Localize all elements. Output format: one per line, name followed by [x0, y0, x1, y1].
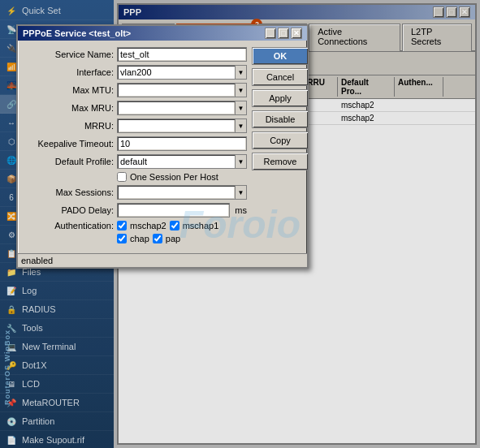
disable-button[interactable]: Disable: [252, 110, 309, 128]
auth-pap-label: pap: [166, 234, 180, 243]
auth-mschap2-label: mschap2: [130, 221, 166, 230]
dialog-close-button[interactable]: ✕: [291, 28, 302, 39]
max-mru-label: Max MRU:: [24, 103, 114, 113]
max-sessions-label: Max Sessions:: [24, 187, 114, 197]
service-name-input[interactable]: [117, 47, 247, 62]
dialog-controls: _ □ ✕: [265, 28, 302, 39]
auth-mschap1-label: mschap1: [183, 221, 219, 230]
remove-button[interactable]: Remove: [252, 153, 309, 170]
apply-button[interactable]: Apply: [252, 89, 309, 107]
authentication-row: Authentication: mschap2 mschap1: [24, 221, 247, 230]
pado-delay-label: PADO Delay:: [24, 205, 114, 215]
interface-row: Interface: vlan200 ▼: [24, 65, 247, 80]
mrru-wrapper: ▼: [117, 118, 247, 133]
authentication-label: Authentication:: [24, 221, 114, 230]
max-mru-input[interactable]: [117, 101, 236, 115]
max-mtu-row: Max MTU: ▼: [24, 83, 247, 97]
max-mtu-wrapper: ▼: [117, 83, 247, 97]
service-name-row: Service Name:: [24, 47, 247, 62]
auth-row-2: chap pap: [24, 234, 247, 243]
interface-select-wrapper: vlan200 ▼: [117, 65, 247, 80]
default-profile-value: default: [117, 154, 236, 169]
mrru-row: MRRU: ▼: [24, 118, 247, 133]
dialog-body: Service Name: Interface: vlan200 ▼: [18, 41, 307, 253]
max-mtu-label: Max MTU:: [24, 85, 114, 95]
auth-mschap1-checkbox[interactable]: [170, 221, 179, 230]
keepalive-input[interactable]: [117, 136, 247, 151]
auth-pap-checkbox[interactable]: [153, 234, 162, 243]
max-sessions-row: Max Sessions: ▼: [24, 185, 247, 200]
max-mru-wrapper: ▼: [117, 101, 247, 115]
dialog-status: enabled: [21, 256, 53, 265]
ok-button[interactable]: OK: [252, 47, 309, 65]
pppoe-dialog: PPPoE Service <test_olt> _ □ ✕ Service N…: [16, 24, 309, 269]
max-mtu-input[interactable]: [117, 83, 236, 97]
max-sessions-input[interactable]: [117, 185, 236, 200]
dialog-form: Service Name: Interface: vlan200 ▼: [24, 47, 247, 247]
max-mtu-dropdown-arrow[interactable]: ▼: [236, 83, 247, 97]
max-mru-dropdown-arrow[interactable]: ▼: [236, 101, 247, 115]
dialog-maximize-button[interactable]: □: [278, 28, 289, 39]
max-sessions-arrow[interactable]: ▼: [236, 185, 247, 200]
service-name-label: Service Name:: [24, 50, 114, 59]
ppp-window: PPP _ □ ✕ Interface PPPoE Servers 2 Prof…: [117, 3, 477, 445]
default-profile-arrow[interactable]: ▼: [236, 154, 247, 169]
mrru-input[interactable]: [117, 118, 236, 133]
interface-value: vlan200: [117, 65, 236, 80]
pado-delay-unit: ms: [235, 205, 247, 215]
dialog-buttons: OK Cancel Apply Disable Copy Remove: [252, 47, 309, 247]
default-profile-label: Default Profile:: [24, 157, 114, 166]
dialog-title: PPPoE Service <test_olt>: [23, 28, 131, 38]
main-container: ⚡ Quick Set 📡 CAPsMAN 🔌 Interfaces 📶 Wir…: [0, 0, 480, 448]
one-session-label: One Session Per Host: [130, 172, 218, 182]
auth-chap-checkbox[interactable]: [117, 234, 127, 243]
default-profile-wrapper: default ▼: [117, 154, 247, 169]
dialog-titlebar: PPPoE Service <test_olt> _ □ ✕: [18, 26, 307, 41]
max-mru-row: Max MRU: ▼: [24, 101, 247, 115]
mrru-label: MRRU:: [24, 121, 114, 131]
mrru-dropdown-arrow[interactable]: ▼: [236, 118, 247, 133]
max-sessions-wrapper: ▼: [117, 185, 247, 200]
one-session-row: One Session Per Host: [24, 172, 247, 182]
copy-button[interactable]: Copy: [252, 131, 309, 149]
dialog-overlay: Foroio PPPoE Service <test_olt> _ □ ✕: [0, 0, 480, 448]
one-session-checkbox[interactable]: [117, 172, 127, 182]
keepalive-row: Keepalive Timeout:: [24, 136, 247, 151]
dialog-minimize-button[interactable]: _: [265, 28, 276, 39]
auth-mschap2-checkbox[interactable]: [117, 221, 127, 230]
auth-checkboxes: mschap2 mschap1: [117, 221, 218, 230]
keepalive-label: Keepalive Timeout:: [24, 139, 114, 149]
cancel-button[interactable]: Cancel: [252, 68, 309, 86]
pado-delay-input[interactable]: [117, 203, 230, 218]
default-profile-row: Default Profile: default ▼: [24, 154, 247, 169]
dialog-status-bar: enabled: [18, 253, 307, 267]
interface-dropdown-arrow[interactable]: ▼: [236, 65, 247, 80]
auth-checkboxes-2: chap pap: [117, 234, 180, 243]
pado-delay-row: PADO Delay: ms: [24, 203, 247, 218]
interface-label: Interface:: [24, 67, 114, 77]
auth-chap-label: chap: [130, 234, 149, 243]
content-area: PPP _ □ ✕ Interface PPPoE Servers 2 Prof…: [114, 0, 480, 448]
